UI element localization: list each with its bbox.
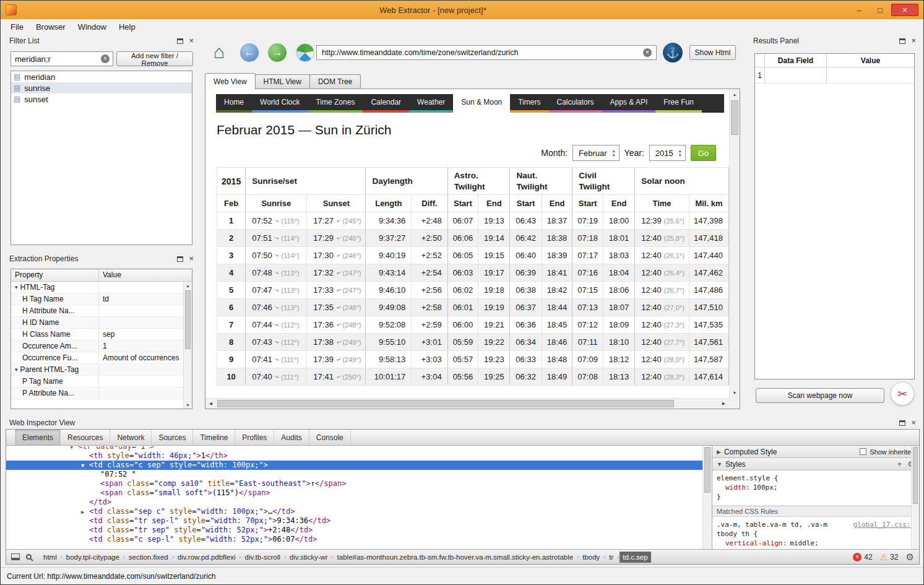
- property-row[interactable]: H Class Namesep: [11, 329, 192, 340]
- menu-item-window[interactable]: Window: [72, 20, 113, 33]
- scroll-down-icon[interactable]: ▼: [184, 401, 192, 409]
- css-property[interactable]: width:: [725, 483, 750, 492]
- scroll-right-icon[interactable]: ▶: [719, 399, 729, 409]
- float-panel-icon[interactable]: [899, 420, 905, 426]
- globe-refresh-button[interactable]: [296, 43, 314, 62]
- show-inherited-checkbox[interactable]: [860, 448, 866, 455]
- breadcrumb-item-table-as-monthsun[interactable]: table#as-monthsun.zebra.tb-sm.fw.tb-hove…: [334, 552, 577, 563]
- site-nav-apps-api[interactable]: Apps & API: [602, 94, 656, 113]
- show-html-button[interactable]: Show Html: [689, 45, 736, 60]
- property-row[interactable]: H ID Name: [11, 317, 192, 329]
- table-row[interactable]: 107:52↑(115°)17:27↑(245°)9:34:36+2:4806:…: [217, 212, 729, 230]
- breadcrumb-item-div[interactable]: div.row.pd.pdbflexi: [175, 552, 239, 563]
- close-panel-icon[interactable]: ×: [911, 419, 916, 427]
- float-panel-icon[interactable]: [177, 38, 183, 44]
- results-row[interactable]: 1: [755, 67, 914, 84]
- float-panel-icon[interactable]: [177, 256, 183, 262]
- filter-item-sunset[interactable]: ▤sunset: [11, 93, 192, 105]
- settings-gear-icon[interactable]: ⚙: [906, 552, 914, 563]
- property-row[interactable]: H Tag Nametd: [11, 293, 192, 305]
- site-nav-calculators[interactable]: Calculators: [549, 94, 602, 113]
- table-row[interactable]: 1007:40↑(111°)17:41↑(250°)10:01:17+3:040…: [217, 368, 729, 386]
- scan-webpage-button[interactable]: Scan webpage now: [756, 388, 884, 403]
- tab-dom-tree[interactable]: DOM Tree: [309, 74, 361, 89]
- code-line[interactable]: <td class="c sep-l" style="width: 52px;"…: [6, 535, 702, 544]
- close-panel-icon[interactable]: ×: [189, 37, 194, 45]
- table-row[interactable]: 907:41↑(111°)17:39↑(249°)9:58:13+3:0305:…: [217, 351, 729, 368]
- filter-search-input[interactable]: [11, 51, 113, 66]
- property-row[interactable]: Occurrence Fu...Amount of occurrences: [11, 352, 192, 364]
- code-line[interactable]: <td class="tr sep-l" style="width: 70px;…: [6, 516, 702, 526]
- disclosure-open-icon[interactable]: ▼: [70, 446, 78, 452]
- site-nav-calendar[interactable]: Calendar: [363, 94, 409, 113]
- inspector-tab-resources[interactable]: Resources: [61, 430, 110, 445]
- float-panel-icon[interactable]: [899, 38, 905, 44]
- table-row[interactable]: 507:47↑(113°)17:33↑(247°)9:46:10+2:5606:…: [217, 282, 729, 299]
- site-nav-world-clock[interactable]: World Clock: [252, 94, 308, 113]
- code-line[interactable]: ▼<tr data-day="1">: [6, 446, 702, 451]
- code-line[interactable]: <span class="comp sa10" title="East-sout…: [6, 479, 702, 488]
- site-nav-time-zones[interactable]: Time Zones: [308, 94, 363, 113]
- url-input[interactable]: [316, 45, 657, 60]
- table-row[interactable]: 307:50↑(114°)17:30↑(246°)9:40:19+2:5206:…: [217, 247, 729, 264]
- year-select[interactable]: 2015 ▲▼: [649, 145, 686, 161]
- filter-item-sunrise[interactable]: ▤sunrise: [11, 82, 192, 93]
- computed-style-row[interactable]: ▶ Computed Style Show inherited: [712, 446, 919, 458]
- anchor-button[interactable]: ⚓: [663, 43, 683, 63]
- site-nav-home[interactable]: Home: [216, 94, 252, 113]
- value-column-header[interactable]: Value: [99, 269, 192, 281]
- data-field-column-header[interactable]: Data Field: [765, 54, 827, 67]
- results-row-number[interactable]: 1: [755, 67, 765, 83]
- clear-search-icon[interactable]: ×: [101, 54, 110, 63]
- breadcrumb-item-tbody[interactable]: tbody: [579, 552, 603, 563]
- disclosure-closed-icon[interactable]: ▶: [717, 449, 721, 455]
- breadcrumb-item-html[interactable]: html: [40, 552, 60, 563]
- console-drawer-icon[interactable]: [11, 553, 20, 560]
- site-nav-free-fun[interactable]: Free Fun: [655, 94, 702, 113]
- breadcrumb-item-div[interactable]: div.tb-scroll: [242, 552, 283, 563]
- code-line[interactable]: <td class="tr sep" style="width: 52px;">…: [6, 526, 702, 535]
- table-row[interactable]: 807:43↑(112°)17:38↑(249°)9:55:10+3:0105:…: [217, 334, 729, 351]
- spinner-arrows-icon[interactable]: ▲▼: [612, 149, 616, 157]
- code-scrollbar[interactable]: [702, 446, 712, 549]
- scrollbar-thumb[interactable]: [704, 447, 710, 493]
- filter-item-meridian[interactable]: ▤meridian: [11, 71, 192, 82]
- search-icon[interactable]: [26, 554, 32, 560]
- forward-button[interactable]: →: [268, 43, 287, 62]
- disclosure-closed-icon[interactable]: ▶: [81, 508, 89, 517]
- breadcrumb-item-td[interactable]: td.c.sep: [620, 552, 650, 563]
- titlebar[interactable]: Web Extractor - [new project]* – □ ×: [1, 1, 923, 19]
- data-field-cell[interactable]: [765, 67, 827, 83]
- site-nav-weather[interactable]: Weather: [409, 94, 453, 113]
- table-row[interactable]: 407:48↑(113°)17:32↑(247°)9:43:14+2:5406:…: [217, 264, 729, 282]
- breadcrumb-item-tr[interactable]: tr: [606, 552, 616, 563]
- value-column-header[interactable]: Value: [827, 54, 914, 67]
- scrollbar-thumb[interactable]: [913, 447, 918, 504]
- collapse-arrow-icon[interactable]: ▾: [15, 366, 18, 373]
- site-nav-timers[interactable]: Timers: [510, 94, 548, 113]
- page-horizontal-scrollbar[interactable]: ◀ ▶: [205, 398, 729, 409]
- inspector-tab-timeline[interactable]: Timeline: [193, 430, 235, 445]
- disclosure-open-icon[interactable]: ▼: [717, 461, 722, 467]
- css-property[interactable]: vertical-align:: [725, 539, 787, 547]
- inspector-tab-console[interactable]: Console: [309, 430, 351, 445]
- scrollbar-thumb[interactable]: [185, 290, 191, 349]
- scrollbar-thumb[interactable]: [731, 100, 738, 135]
- css-value[interactable]: middle;: [790, 539, 818, 547]
- property-row[interactable]: H Attribute Na...: [11, 305, 192, 317]
- inspector-tab-network[interactable]: Network: [110, 430, 152, 445]
- extraction-scrollbar[interactable]: ▲ ▼: [183, 282, 192, 409]
- menu-item-browser[interactable]: Browser: [30, 20, 72, 33]
- value-cell[interactable]: [827, 67, 914, 83]
- disclosure-open-icon[interactable]: ▼: [81, 461, 89, 470]
- inspector-tab-elements[interactable]: Elements: [15, 430, 61, 445]
- warning-count-badge[interactable]: ⚠ 32: [880, 552, 899, 562]
- table-row[interactable]: 607:46↑(113°)17:35↑(248°)9:49:08+2:5806:…: [217, 299, 729, 316]
- scroll-up-icon[interactable]: ▲: [184, 282, 192, 289]
- close-panel-icon[interactable]: ×: [189, 255, 194, 262]
- scroll-left-icon[interactable]: ◀: [205, 399, 216, 409]
- styles-section-row[interactable]: ▼ Styles + ⚙: [712, 458, 919, 470]
- scrollbar-thumb[interactable]: [217, 400, 674, 407]
- code-line[interactable]: </td>: [6, 498, 702, 507]
- menu-item-file[interactable]: File: [4, 20, 30, 33]
